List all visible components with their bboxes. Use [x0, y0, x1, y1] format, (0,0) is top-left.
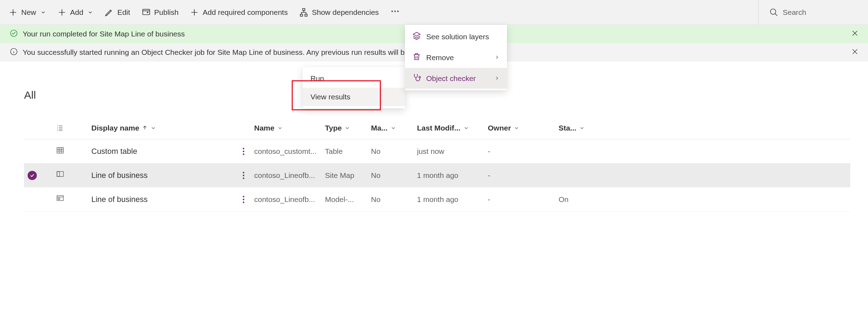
- cell-managed: No: [371, 147, 417, 156]
- column-label: Ma...: [371, 124, 388, 132]
- table-row[interactable]: Custom table contoso_customt... Table No…: [24, 139, 850, 163]
- menu-see-solution-layers[interactable]: See solution layers: [405, 26, 507, 47]
- column-label: Type: [325, 124, 342, 132]
- svg-point-7: [770, 9, 776, 14]
- add-required-label: Add required components: [202, 8, 288, 17]
- cell-type: Site Map: [325, 171, 371, 180]
- show-dependencies-button[interactable]: Show dependencies: [294, 5, 384, 20]
- close-icon: [851, 48, 859, 56]
- plus-icon: [190, 8, 199, 17]
- menu-object-checker[interactable]: Object checker: [405, 68, 507, 89]
- svg-point-18: [243, 174, 244, 176]
- view-title: All: [24, 89, 850, 101]
- column-display-name[interactable]: Display name: [91, 124, 233, 132]
- add-label: Add: [70, 8, 83, 17]
- edit-label: Edit: [117, 8, 130, 17]
- svg-rect-2: [300, 14, 303, 16]
- object-checker-submenu: Run View results: [303, 67, 405, 108]
- publish-button[interactable]: Publish: [137, 5, 184, 20]
- menu-label: See solution layers: [426, 33, 489, 41]
- svg-point-10: [419, 76, 421, 78]
- check-circle-icon: [10, 29, 18, 39]
- row-checkbox[interactable]: [28, 147, 37, 156]
- cell-name: contoso_Lineofb...: [254, 195, 325, 204]
- close-button[interactable]: [849, 27, 861, 41]
- search-box[interactable]: [769, 8, 846, 17]
- vertical-ellipsis-icon: [242, 171, 245, 180]
- svg-point-14: [243, 153, 244, 155]
- svg-rect-11: [57, 147, 63, 153]
- cell-managed: No: [371, 171, 417, 180]
- chevron-right-icon: [494, 53, 500, 62]
- submenu-label: View results: [310, 93, 350, 101]
- svg-point-22: [243, 196, 244, 197]
- svg-point-4: [392, 11, 393, 12]
- chevron-down-icon: [40, 10, 46, 15]
- submenu-view-results[interactable]: View results: [303, 88, 405, 106]
- column-type[interactable]: Type: [325, 124, 371, 132]
- table-row[interactable]: Line of business contoso_Lineofb... Site…: [24, 163, 850, 187]
- column-managed[interactable]: Ma...: [371, 124, 417, 132]
- layers-icon: [412, 31, 421, 42]
- submenu-label: Run: [310, 74, 324, 82]
- table-row[interactable]: Line of business contoso_Lineofb... Mode…: [24, 187, 850, 212]
- plus-icon: [57, 8, 67, 17]
- column-icon[interactable]: [56, 124, 91, 132]
- row-actions-button[interactable]: [233, 147, 254, 156]
- overflow-menu: See solution layers Remove Object checke…: [405, 25, 507, 90]
- chevron-down-icon: [87, 10, 93, 15]
- cell-status: On: [559, 195, 615, 204]
- table-icon: [56, 146, 91, 156]
- cell-last-modified: just now: [417, 147, 488, 156]
- svg-point-12: [243, 147, 244, 149]
- new-button[interactable]: New: [4, 5, 51, 20]
- submenu-run[interactable]: Run: [303, 69, 405, 88]
- svg-rect-3: [305, 14, 307, 16]
- svg-rect-0: [143, 9, 150, 15]
- column-status[interactable]: Sta...: [559, 124, 615, 132]
- cell-name: contoso_customt...: [254, 147, 325, 156]
- chevron-down-icon: [463, 125, 469, 131]
- overflow-button[interactable]: [385, 4, 405, 21]
- row-actions-button[interactable]: [233, 171, 254, 180]
- column-label: Sta...: [559, 124, 576, 132]
- column-label: Owner: [488, 124, 511, 132]
- cell-display-name: Line of business: [91, 195, 233, 204]
- add-required-button[interactable]: Add required components: [185, 5, 293, 20]
- column-name[interactable]: Name: [254, 124, 325, 132]
- command-bar: New Add Edit Publish Add required compon…: [0, 0, 868, 25]
- edit-button[interactable]: Edit: [99, 5, 135, 20]
- sitemap-icon: [56, 170, 91, 180]
- plus-icon: [8, 8, 18, 17]
- cell-managed: No: [371, 195, 417, 204]
- cell-last-modified: 1 month ago: [417, 171, 488, 180]
- components-table: Display name Name Type Ma... Last Modif.…: [24, 117, 850, 212]
- row-checkbox[interactable]: [28, 171, 37, 180]
- vertical-ellipsis-icon: [242, 147, 245, 156]
- add-button[interactable]: Add: [52, 5, 98, 20]
- cell-owner: -: [488, 147, 559, 156]
- row-actions-button[interactable]: [233, 195, 254, 204]
- hierarchy-icon: [299, 8, 308, 17]
- publish-label: Publish: [154, 8, 179, 17]
- svg-point-19: [243, 177, 244, 179]
- chevron-down-icon: [277, 125, 283, 131]
- stethoscope-icon: [412, 73, 421, 84]
- notification-text: Your run completed for Site Map Line of …: [23, 30, 185, 38]
- vertical-ellipsis-icon: [242, 195, 245, 204]
- menu-remove[interactable]: Remove: [405, 47, 507, 68]
- column-last-modified[interactable]: Last Modif...: [417, 124, 488, 132]
- column-label: Display name: [91, 124, 139, 132]
- notification-text: You successfully started running an Obje…: [23, 48, 449, 57]
- show-dependencies-label: Show dependencies: [312, 8, 379, 17]
- column-owner[interactable]: Owner: [488, 124, 559, 132]
- search-input[interactable]: [783, 8, 846, 17]
- close-button[interactable]: [849, 46, 861, 59]
- svg-point-5: [394, 11, 396, 12]
- search-region: [758, 0, 864, 24]
- cell-owner: -: [488, 171, 559, 180]
- publish-icon: [142, 8, 151, 17]
- row-checkbox[interactable]: [28, 195, 37, 204]
- column-label: Name: [254, 124, 274, 132]
- svg-point-24: [243, 201, 244, 203]
